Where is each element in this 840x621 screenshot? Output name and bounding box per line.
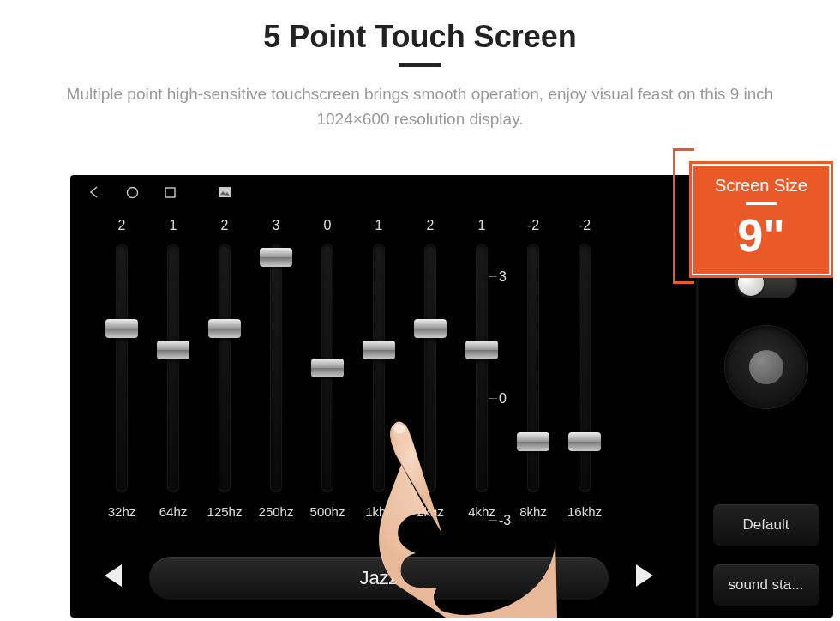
slider-thumb-icon[interactable] — [157, 341, 189, 359]
slider-thumb-icon[interactable] — [208, 319, 241, 338]
eq-slider[interactable] — [167, 244, 179, 492]
eq-value: 2 — [427, 218, 435, 238]
preset-select[interactable]: Jazz — [149, 557, 609, 600]
eq-value: 1 — [375, 218, 383, 238]
eq-value: 2 — [221, 218, 229, 238]
eq-slider[interactable] — [424, 244, 436, 492]
page-title: 5 Point Touch Screen — [0, 19, 840, 55]
badge-label: Screen Size — [692, 176, 831, 196]
eq-slider[interactable] — [270, 244, 282, 492]
svg-rect-1 — [165, 188, 175, 197]
title-underline — [399, 63, 441, 67]
eq-value: 1 — [478, 218, 486, 238]
balance-dial[interactable] — [725, 326, 807, 408]
scale-mid: 0 — [499, 391, 507, 407]
slider-thumb-icon[interactable] — [105, 319, 138, 338]
eq-freq-label: 64hz — [159, 504, 188, 519]
gallery-icon[interactable] — [218, 185, 231, 199]
eq-slider[interactable] — [116, 244, 128, 492]
slider-thumb-icon[interactable] — [465, 341, 498, 359]
eq-band-6: 22khz — [405, 218, 456, 535]
eq-slider[interactable] — [476, 244, 488, 492]
eq-slider[interactable] — [321, 244, 333, 492]
screen-size-badge: Screen Size 9" — [689, 161, 833, 278]
eq-value: 1 — [170, 218, 177, 238]
eq-band-2: 2125hz — [199, 218, 250, 535]
badge-divider — [746, 202, 777, 205]
eq-freq-label: 500hz — [310, 504, 345, 519]
dial-knob — [749, 350, 783, 384]
eq-freq-label: 2khz — [417, 504, 444, 519]
eq-value: 2 — [118, 218, 126, 238]
home-icon[interactable] — [125, 185, 139, 199]
eq-slider[interactable] — [579, 244, 591, 492]
slider-thumb-icon[interactable] — [568, 432, 601, 451]
slider-thumb-icon[interactable] — [260, 248, 292, 267]
svg-rect-2 — [219, 187, 231, 197]
eq-freq-label: 32hz — [108, 504, 136, 519]
eq-band-9: -216khz — [559, 218, 610, 535]
eq-freq-label: 4khz — [468, 504, 495, 519]
sound-stage-button[interactable]: sound sta... — [713, 564, 819, 606]
scale-min: -3 — [499, 513, 511, 528]
eq-band-0: 232hz — [96, 218, 147, 535]
default-button[interactable]: Default — [713, 504, 819, 546]
eq-value: 3 — [273, 218, 280, 238]
badge-value: 9" — [692, 212, 831, 258]
preset-prev-button[interactable] — [96, 562, 130, 595]
eq-scale: 3 0 -3 — [499, 273, 533, 527]
back-icon[interactable] — [87, 185, 101, 199]
equalizer-panel: 232hz164hz2125hz3250hz0500hz11khz22khz14… — [70, 209, 687, 618]
eq-slider[interactable] — [373, 244, 385, 492]
eq-slider[interactable] — [219, 244, 231, 492]
recent-apps-icon[interactable] — [163, 185, 177, 199]
eq-band-4: 0500hz — [302, 218, 353, 535]
svg-point-0 — [127, 187, 137, 197]
eq-freq-label: 250hz — [259, 504, 294, 519]
slider-thumb-icon[interactable] — [311, 359, 344, 377]
preset-next-button[interactable] — [627, 562, 662, 595]
eq-value: 0 — [324, 218, 332, 238]
eq-freq-label: 125hz — [207, 504, 243, 519]
slider-thumb-icon[interactable] — [414, 319, 447, 338]
eq-value: -2 — [527, 218, 539, 238]
slider-thumb-icon[interactable] — [363, 341, 395, 359]
eq-value: -2 — [579, 218, 591, 238]
eq-band-1: 164hz — [147, 218, 199, 535]
page-subtitle: Multiple point high-sensitive touchscree… — [43, 82, 797, 131]
preset-row: Jazz — [96, 554, 662, 602]
eq-freq-label: 16khz — [567, 504, 602, 519]
scale-max: 3 — [499, 269, 507, 285]
eq-band-3: 3250hz — [250, 218, 302, 535]
eq-band-5: 11khz — [353, 218, 405, 535]
eq-freq-label: 1khz — [365, 504, 393, 519]
